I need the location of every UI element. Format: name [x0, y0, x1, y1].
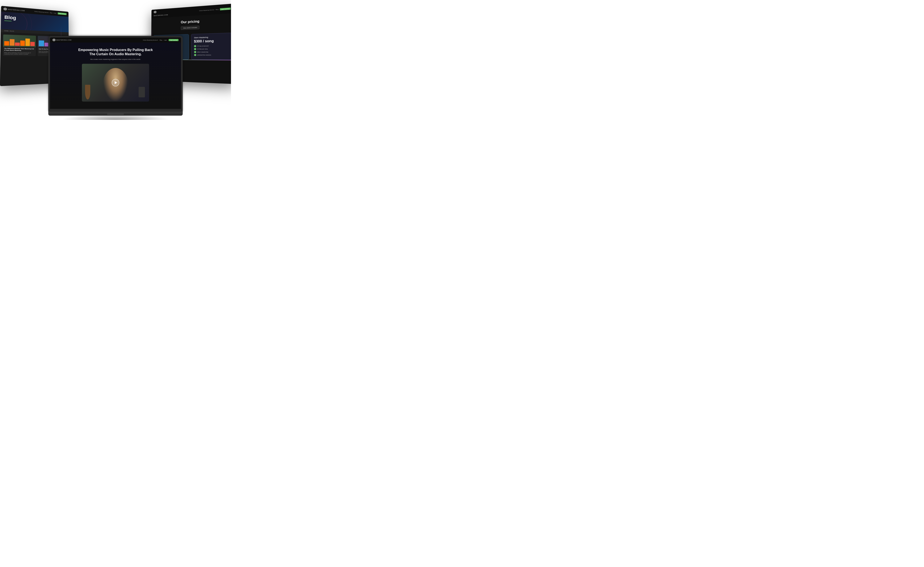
pricing-nav-service: Online Mastering Service [199, 9, 214, 11]
hero-headline: Empowering Music Producers By Pulling Ba… [78, 48, 153, 57]
stem-feature-3-text: album sequencing [197, 51, 208, 52]
stem-check-icon-4: ✓ [194, 54, 196, 56]
laptop-nav-cta[interactable]: start training [168, 39, 179, 41]
blog-nav-blog: Blog [50, 12, 52, 14]
blog-nav-cta[interactable]: start training [58, 12, 66, 15]
view-included-button[interactable]: View what's included [181, 26, 200, 30]
laptop-logo-hex-icon [53, 38, 56, 41]
fader-5 [25, 38, 30, 46]
blog-title-underline [5, 21, 12, 21]
stem-feature-1: ✓ 3-5 day turnaround [194, 45, 229, 47]
blog-post-1[interactable]: The Difference Between Stem Mastering An… [3, 34, 36, 56]
play-button[interactable] [112, 79, 119, 87]
blog-post-1-desc: While stereo mastering is the most commo… [4, 52, 35, 55]
laptop-hero: Empowering Music Producers By Pulling Ba… [50, 42, 181, 105]
scene: MASTERING.COM Online Mastering Service B… [0, 0, 231, 142]
laptop: MASTERING.COM Online Mastering Service B… [48, 36, 183, 116]
video-thumbnail[interactable] [82, 64, 149, 102]
laptop-logo: MASTERING.COM [53, 38, 72, 41]
laptop-logo-text: MASTERING.COM [56, 39, 72, 41]
blog-logo: MASTERING.COM [4, 8, 25, 12]
logo-hex-icon [4, 8, 7, 11]
studio-guitar-icon [85, 85, 90, 99]
laptop-nav-blog[interactable]: Blog [159, 39, 162, 40]
laptop-screen: MASTERING.COM Online Mastering Service B… [50, 38, 181, 109]
mixing-faders [4, 38, 35, 46]
blog-hero-content: Blog [5, 15, 16, 22]
pricing-nav-links: Online Mastering Service Blog start trai… [199, 8, 231, 12]
blog-logo-text: MASTERING.COM [8, 8, 25, 11]
stem-check-icon-3: ✓ [194, 51, 196, 53]
fader-2 [10, 39, 15, 46]
stem-feature-2: ✓ 3-5 files per song [194, 48, 229, 50]
blog-post-1-title: The Difference Between Stem Mastering An… [4, 48, 35, 52]
blog-nav-login: Login [54, 12, 57, 14]
pricing-nav-blog: Blog [216, 9, 218, 10]
fader-4 [20, 40, 25, 46]
hero-subtext: We create more mastering engineers than … [54, 58, 177, 61]
fader-1 [4, 41, 9, 46]
blog-post-1-content: The Difference Between Stem Mastering An… [3, 46, 36, 56]
pricing-title: Our pricing [155, 18, 229, 26]
stem-card-price: $300 / song [194, 39, 229, 44]
blog-post-1-image [3, 34, 36, 47]
stem-check-icon-2: ✓ [194, 48, 196, 50]
pricing-logo-text: MASTERING.COM [154, 14, 168, 16]
pricing-logo: MASTERING.COM [154, 10, 168, 17]
play-triangle-icon [115, 81, 117, 84]
stem-feature-3: ✓ album sequencing [194, 51, 229, 53]
stem-features-list: ✓ 3-5 day turnaround ✓ 3-5 files per son… [194, 45, 229, 56]
laptop-nav-login[interactable]: Login [164, 39, 167, 40]
stem-feature-1-text: 3-5 day turnaround [197, 45, 209, 47]
laptop-shadow [62, 113, 169, 120]
stem-feature-4-text: unlimited free revisions [197, 54, 211, 56]
stem-pricing-card: Stem Mastering $300 / song ✓ 3-5 day tur… [191, 33, 231, 60]
fader-6 [30, 42, 35, 46]
pricing-logo-hex [154, 10, 156, 14]
blog-hero-title: Blog [5, 15, 16, 20]
laptop-screen-outer: MASTERING.COM Online Mastering Service B… [48, 36, 183, 112]
stem-check-icon-1: ✓ [194, 45, 196, 47]
laptop-bottom-bar [50, 109, 181, 112]
stem-feature-4: ✓ unlimited free revisions [194, 54, 229, 56]
fader-a [39, 40, 44, 46]
stem-feature-2-text: 3-5 files per song [197, 48, 208, 50]
pricing-nav-cta[interactable]: start training [220, 8, 231, 10]
fader-3 [15, 42, 20, 46]
laptop-nav-service[interactable]: Online Mastering Service [143, 39, 158, 41]
laptop-nav: MASTERING.COM Online Mastering Service B… [50, 38, 181, 42]
stem-card-title: Stem Mastering [194, 36, 228, 39]
studio-speaker-icon [138, 87, 145, 98]
laptop-nav-links: Online Mastering Service Blog Login star… [143, 39, 179, 41]
blog-nav-service: Online Mastering Service [34, 11, 48, 13]
